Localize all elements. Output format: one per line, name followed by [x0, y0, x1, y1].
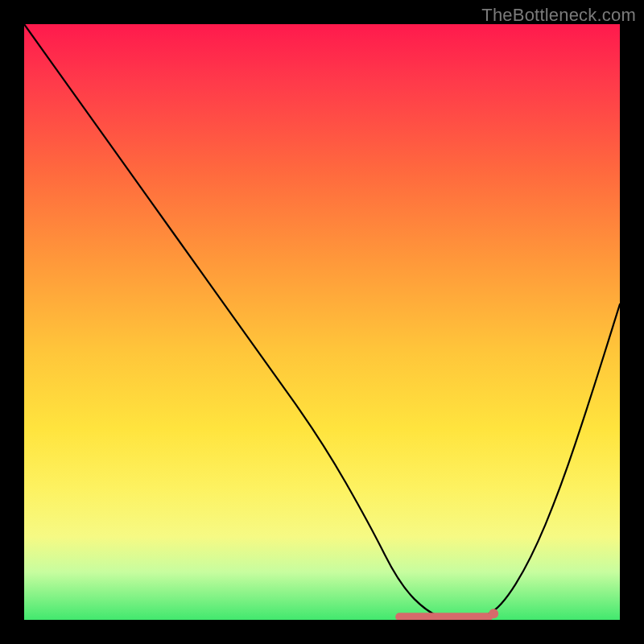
plot-area	[24, 24, 620, 620]
bottleneck-curve	[24, 24, 620, 620]
curve-layer	[24, 24, 620, 620]
watermark-text: TheBottleneck.com	[481, 5, 636, 26]
chart-frame: TheBottleneck.com	[0, 0, 644, 644]
optimal-zone-end-dot	[489, 609, 498, 618]
